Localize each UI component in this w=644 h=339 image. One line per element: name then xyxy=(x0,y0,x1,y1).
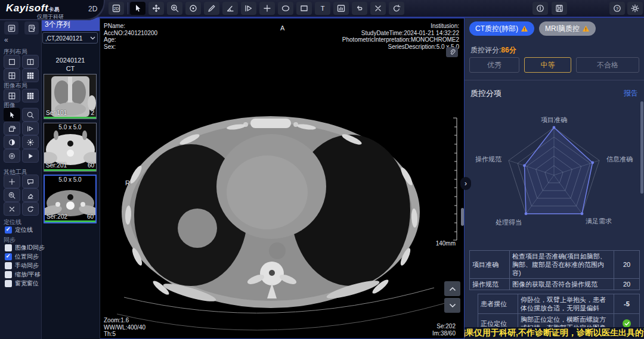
rectangle-icon xyxy=(299,4,309,13)
report-button[interactable] xyxy=(24,21,39,35)
reset-tool-button[interactable] xyxy=(389,2,404,15)
sb-brightness-button[interactable] xyxy=(22,135,39,149)
rotate-flip-icon xyxy=(8,125,16,133)
sb-rotate-flip-button[interactable] xyxy=(4,122,20,135)
qc-item-desc: 图像的获取是否符合操作规范 xyxy=(510,279,614,290)
checkbox-zoom-pan-sync[interactable]: 缩放/平移 xyxy=(5,270,41,279)
layout-2d-button[interactable]: 2D xyxy=(109,2,124,15)
sb-magnify-button[interactable] xyxy=(4,188,20,202)
sb-invert-button[interactable] xyxy=(4,135,20,149)
panel-expand-handle[interactable]: › xyxy=(460,177,471,190)
thumbnail-series-202-selected[interactable]: 5.0 x 5.0 Ser:202 60 xyxy=(44,175,97,223)
svg-text:?: ? xyxy=(616,6,619,11)
wwwl-line: WW/WL:400/40 xyxy=(104,324,145,331)
grade-medium-button[interactable]: 中等 xyxy=(524,57,571,73)
layout-2x2-icon xyxy=(8,71,16,80)
main-image-viewport[interactable]: PName: AccNO:2401210200 Age: Sex: Instit… xyxy=(100,18,465,339)
sb-eraser-button[interactable] xyxy=(22,188,39,202)
checkbox[interactable] xyxy=(5,244,12,251)
sb-refresh-button[interactable] xyxy=(22,202,39,216)
tab-mri-qc[interactable]: MRI脑质控 xyxy=(539,21,596,36)
layout-1x2-button[interactable] xyxy=(22,55,39,69)
series-dropdown-value: ,CT,20240121 xyxy=(45,35,82,42)
checkbox-locator-line[interactable]: 定位线 xyxy=(5,226,33,234)
table-row: 患者摆位 仰卧位，双臂上举抱头，患者体位摆放合适，无明显偏斜 -5 xyxy=(478,294,640,314)
undo-tool-button[interactable] xyxy=(352,2,367,15)
img-layout-3x3-button[interactable] xyxy=(22,89,39,102)
sb-cine-button[interactable] xyxy=(22,122,39,135)
sb-search-button[interactable] xyxy=(22,108,39,122)
delete-tool-button[interactable] xyxy=(370,2,386,15)
save-button[interactable] xyxy=(552,2,567,15)
image-window-tool-button[interactable] xyxy=(333,2,349,15)
cache-progress-bar xyxy=(44,117,96,119)
comment-icon xyxy=(26,178,35,186)
grade-fail-button[interactable]: 不合格 xyxy=(576,57,639,73)
measure-tool-button[interactable] xyxy=(204,2,219,15)
study-list-button[interactable] xyxy=(4,21,18,35)
link-series-button[interactable] xyxy=(446,47,458,57)
image-count: 2 xyxy=(91,110,94,116)
chevron-down-icon xyxy=(90,36,95,40)
sb-cursor-button[interactable] xyxy=(4,108,20,122)
thumbnail-scout[interactable]: Ser:101 2 xyxy=(44,74,97,119)
thumbnail-series-201[interactable]: 5.0 x 5.0 Ser:201 60 xyxy=(44,123,97,172)
toolbar-separator xyxy=(128,2,128,14)
checkbox[interactable] xyxy=(5,280,12,287)
pan-tool-button[interactable] xyxy=(148,2,164,15)
sb-comment-button[interactable] xyxy=(22,175,39,188)
sb-delete-button[interactable] xyxy=(4,202,20,216)
target-tool-button[interactable] xyxy=(185,2,201,15)
grade-excellent-button[interactable]: 优秀 xyxy=(469,57,519,73)
checkbox[interactable] xyxy=(5,253,12,260)
settings-button[interactable] xyxy=(627,2,643,15)
layout-1x1-icon xyxy=(8,58,16,66)
sb-spiral-button[interactable] xyxy=(4,149,20,163)
section-locator: 定位线 xyxy=(4,218,21,226)
angle-tool-button[interactable] xyxy=(222,2,238,15)
se-line: Se:202 xyxy=(432,323,456,330)
svg-text:2D: 2D xyxy=(114,7,119,11)
series-description: 5.0 x 5.0 xyxy=(45,176,95,183)
qc-sub-table: 患者摆位 仰卧位，双臂上举抱头，患者体位摆放合适，无明显偏斜 -5 正位定位 胸… xyxy=(478,294,640,327)
crosshair-tool-button[interactable] xyxy=(259,2,275,15)
checkbox-position-sync[interactable]: 位置同步 xyxy=(5,253,39,261)
qc-item-score: 20 xyxy=(614,279,640,290)
scroll-up-button[interactable] xyxy=(444,281,460,296)
panel-scrollbar-thumb[interactable] xyxy=(640,101,643,194)
qc-tabs: CT质控(肺部) MRI脑质控 xyxy=(469,21,596,36)
checkbox[interactable] xyxy=(5,262,12,269)
cobb-angle-tool-button[interactable] xyxy=(241,2,256,15)
checkbox[interactable] xyxy=(5,271,12,278)
qc-score-label: 质控评分: xyxy=(470,46,501,54)
checkbox-manual-sync[interactable]: 手动同步 xyxy=(5,262,39,270)
report-link[interactable]: 报告 xyxy=(624,88,638,98)
svg-text:T: T xyxy=(321,5,325,12)
grid-3x3-icon xyxy=(26,92,35,100)
checkbox-image-id-sync[interactable]: 图像ID同步 xyxy=(5,244,45,252)
checkbox-window-sync[interactable]: 窗宽窗位 xyxy=(5,279,39,288)
layout-1x1-button[interactable] xyxy=(4,55,20,69)
orientation-marker-anterior: A xyxy=(280,24,284,32)
checkbox-label: 窗宽窗位 xyxy=(15,279,39,288)
rectangle-tool-button[interactable] xyxy=(296,2,312,15)
layout-3x3-button[interactable] xyxy=(22,69,39,82)
img-layout-2x2-button[interactable] xyxy=(4,89,20,102)
scroll-down-button[interactable] xyxy=(444,298,460,313)
series-dropdown[interactable]: ,CT,20240121 xyxy=(42,32,98,43)
collapse-sidebar-button[interactable]: « xyxy=(4,36,8,44)
tab-ct-qc[interactable]: CT质控(肺部) xyxy=(469,21,534,36)
check-pass-icon xyxy=(623,319,631,327)
stack-scrollbar-thumb[interactable] xyxy=(461,208,464,226)
zoom-tool-button[interactable] xyxy=(167,2,182,15)
ellipse-tool-button[interactable] xyxy=(278,2,293,15)
layout-2x2-button[interactable] xyxy=(4,69,20,82)
sb-play-button[interactable] xyxy=(22,149,39,163)
qc-score: 质控评分:86分 xyxy=(470,45,516,55)
text-tool-button[interactable]: T xyxy=(315,2,330,15)
cursor-tool-button[interactable] xyxy=(130,2,145,15)
info-button[interactable] xyxy=(532,2,548,15)
checkbox[interactable] xyxy=(5,226,12,234)
sb-add-button[interactable] xyxy=(4,175,20,188)
help-button[interactable]: ? xyxy=(609,2,625,15)
